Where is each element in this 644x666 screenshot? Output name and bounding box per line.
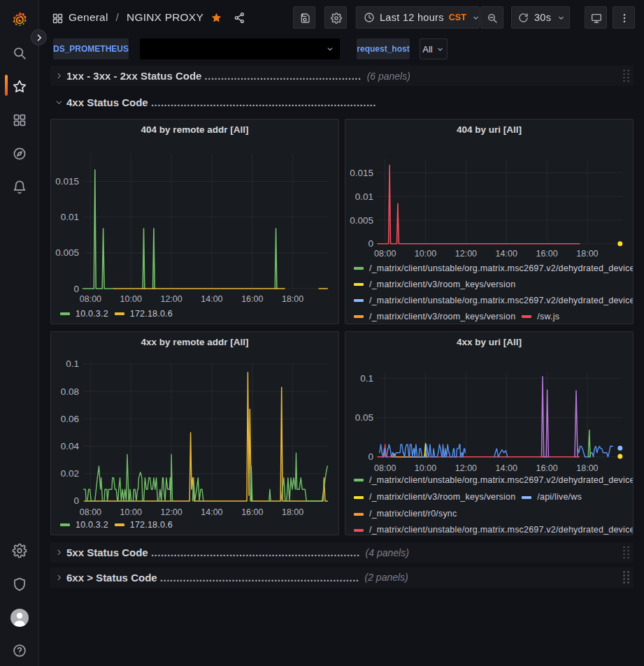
- svg-text:0: 0: [73, 495, 79, 506]
- svg-text:14:00: 14:00: [201, 507, 222, 517]
- svg-text:0.015: 0.015: [55, 176, 79, 187]
- svg-text:18:00: 18:00: [282, 294, 303, 304]
- svg-text:18:00: 18:00: [576, 249, 598, 259]
- svg-text:12:00: 12:00: [160, 507, 182, 517]
- svg-text:10:00: 10:00: [415, 249, 436, 259]
- svg-text:0: 0: [73, 284, 79, 294]
- svg-text:0: 0: [368, 238, 373, 249]
- svg-text:0.05: 0.05: [355, 412, 373, 423]
- svg-text:16:00: 16:00: [241, 294, 263, 304]
- svg-text:0.005: 0.005: [350, 215, 373, 226]
- svg-text:0.01: 0.01: [61, 212, 79, 222]
- svg-text:12:00: 12:00: [160, 294, 182, 304]
- svg-text:0.1: 0.1: [66, 359, 79, 369]
- svg-text:08:00: 08:00: [374, 249, 396, 259]
- svg-text:18:00: 18:00: [282, 507, 303, 517]
- svg-text:0: 0: [368, 451, 373, 462]
- svg-text:16:00: 16:00: [241, 507, 263, 517]
- svg-text:0.1: 0.1: [360, 373, 373, 384]
- svg-text:12:00: 12:00: [455, 249, 477, 259]
- svg-text:0.005: 0.005: [55, 247, 79, 258]
- svg-text:14:00: 14:00: [201, 294, 222, 304]
- svg-text:10:00: 10:00: [120, 294, 142, 304]
- svg-text:0.015: 0.015: [350, 168, 373, 178]
- svg-text:0.02: 0.02: [61, 468, 79, 479]
- svg-text:0.06: 0.06: [61, 414, 79, 424]
- svg-text:0.08: 0.08: [61, 386, 79, 397]
- svg-text:08:00: 08:00: [80, 294, 101, 304]
- svg-text:0.01: 0.01: [355, 191, 373, 202]
- svg-text:16:00: 16:00: [536, 249, 557, 259]
- svg-text:10:00: 10:00: [120, 507, 142, 517]
- svg-text:0.04: 0.04: [61, 441, 80, 451]
- svg-text:08:00: 08:00: [80, 507, 101, 517]
- svg-text:14:00: 14:00: [496, 249, 517, 259]
